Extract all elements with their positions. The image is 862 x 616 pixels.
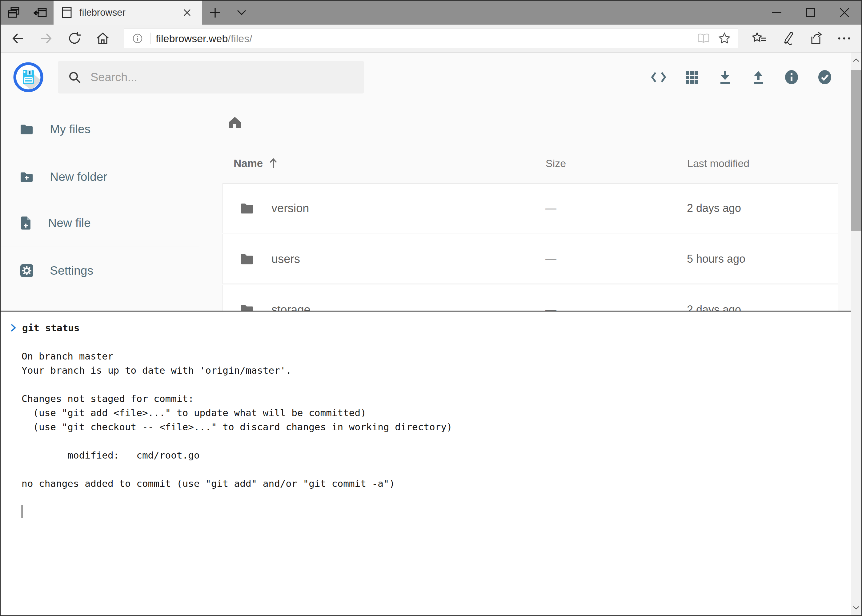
browser-tab[interactable]: filebrowser xyxy=(54,1,202,25)
sidebar-item-label: My files xyxy=(50,123,90,136)
info-button[interactable] xyxy=(784,68,799,86)
url-text[interactable]: filebrowser.web/files/ xyxy=(156,33,252,45)
set-tabs-aside-button[interactable] xyxy=(27,1,54,25)
folder-icon xyxy=(240,303,255,311)
file-listing: Name Size Last modified xyxy=(199,102,851,311)
breadcrumb-home-button[interactable] xyxy=(227,116,242,129)
url-path: /files/ xyxy=(228,33,252,44)
filebrowser-main: My files New folder xyxy=(1,102,851,311)
terminal-line: (use "git checkout -- <file>..." to disc… xyxy=(10,420,851,434)
page-scrollbar[interactable] xyxy=(851,53,861,615)
tab-preview-button[interactable] xyxy=(1,1,27,25)
page-viewport: My files New folder xyxy=(1,53,861,615)
search-icon xyxy=(68,71,81,84)
share-button[interactable] xyxy=(802,25,830,52)
terminal-line: On branch master xyxy=(10,349,851,363)
window-controls xyxy=(760,1,861,25)
grid-view-button[interactable] xyxy=(684,68,700,86)
url-host: filebrowser.web xyxy=(156,33,228,44)
sidebar-item-label: New folder xyxy=(50,170,107,184)
scrollbar-up-arrow[interactable] xyxy=(851,53,861,68)
file-size: — xyxy=(545,202,678,215)
set-tabs-aside-icon xyxy=(33,6,47,19)
terminal-line xyxy=(10,490,851,504)
search-box[interactable] xyxy=(58,61,364,93)
share-icon xyxy=(809,32,823,45)
file-row-version[interactable]: version — 2 days ago xyxy=(222,183,838,233)
minimize-button[interactable] xyxy=(760,1,794,25)
sidebar-divider xyxy=(1,153,199,153)
tab-close-icon[interactable] xyxy=(180,6,194,19)
name-header-label: Name xyxy=(233,157,263,170)
scrollbar-thumb[interactable] xyxy=(851,70,861,231)
plus-icon xyxy=(210,7,221,18)
close-window-button[interactable] xyxy=(827,1,861,25)
favorites-hub-button[interactable] xyxy=(745,25,773,52)
file-modified: 5 hours ago xyxy=(678,253,838,266)
column-header-size[interactable]: Size xyxy=(546,157,678,170)
raw-editor-button[interactable] xyxy=(651,68,666,86)
titlebar: filebrowser xyxy=(1,1,861,25)
tab-list-button[interactable] xyxy=(229,1,255,25)
new-tab-button[interactable] xyxy=(202,1,229,25)
search-input[interactable] xyxy=(90,71,354,84)
sidebar-item-new-file[interactable]: New file xyxy=(1,200,199,246)
home-icon xyxy=(95,31,110,46)
sidebar-item-new-folder[interactable]: New folder xyxy=(1,154,199,200)
add-favorite-star-icon[interactable] xyxy=(717,30,733,46)
reading-view-icon[interactable] xyxy=(695,30,712,46)
folder-icon xyxy=(240,253,255,266)
sidebar-item-settings[interactable]: Settings xyxy=(1,248,199,294)
address-bar[interactable]: filebrowser.web/files/ xyxy=(124,28,738,48)
file-size: — xyxy=(545,253,678,266)
breadcrumb xyxy=(222,102,838,143)
new-file-icon xyxy=(20,215,32,230)
select-multiple-button[interactable] xyxy=(817,68,832,86)
forward-button[interactable] xyxy=(32,25,60,52)
column-header-name[interactable]: Name xyxy=(233,157,546,170)
terminal-prompt-line: git status xyxy=(10,321,851,335)
file-name: storage xyxy=(271,303,310,311)
file-modified: 2 days ago xyxy=(678,303,838,311)
annotate-button[interactable] xyxy=(773,25,802,52)
terminal-line: (use "git add <file>..." to update what … xyxy=(10,405,851,420)
back-button[interactable] xyxy=(4,25,32,52)
browser-navbar: filebrowser.web/files/ xyxy=(1,25,861,53)
folder-icon xyxy=(20,123,34,135)
sidebar-divider xyxy=(1,247,199,247)
file-row-users[interactable]: users — 5 hours ago xyxy=(222,234,838,284)
file-row-storage[interactable]: storage — 2 days ago xyxy=(222,285,838,311)
page-icon xyxy=(61,6,72,19)
refresh-button[interactable] xyxy=(60,25,89,52)
hub-star-icon xyxy=(752,32,767,45)
pen-icon xyxy=(780,31,795,46)
back-icon xyxy=(11,31,25,46)
filebrowser-logo-icon[interactable] xyxy=(13,62,44,93)
folder-icon xyxy=(240,202,255,215)
home-button[interactable] xyxy=(89,25,117,52)
download-button[interactable] xyxy=(717,68,733,86)
sidebar: My files New folder xyxy=(1,102,199,311)
file-name: users xyxy=(271,253,300,266)
terminal-panel[interactable]: git status On branch master Your branch … xyxy=(1,311,851,615)
scrollbar-down-arrow[interactable] xyxy=(851,600,861,615)
new-folder-icon xyxy=(20,171,34,183)
grid-icon xyxy=(685,70,699,84)
upload-button[interactable] xyxy=(750,68,766,86)
browser-window: filebrowser xyxy=(0,0,862,616)
maximize-button[interactable] xyxy=(794,1,827,25)
info-icon xyxy=(784,69,799,85)
prompt-chevron-icon xyxy=(10,323,17,333)
sidebar-item-my-files[interactable]: My files xyxy=(1,106,199,152)
site-info-icon[interactable] xyxy=(129,30,145,46)
settings-menu-button[interactable] xyxy=(830,25,858,52)
terminal-line: modified: cmd/root.go xyxy=(10,448,851,462)
code-icon xyxy=(651,71,667,84)
tab-title: filebrowser xyxy=(79,7,173,18)
file-modified: 2 days ago xyxy=(678,202,838,215)
sidebar-item-label: Settings xyxy=(50,264,93,277)
settings-gear-icon xyxy=(20,264,34,278)
terminal-line xyxy=(10,377,851,391)
column-header-modified[interactable]: Last modified xyxy=(678,157,838,170)
file-name: version xyxy=(271,202,309,215)
